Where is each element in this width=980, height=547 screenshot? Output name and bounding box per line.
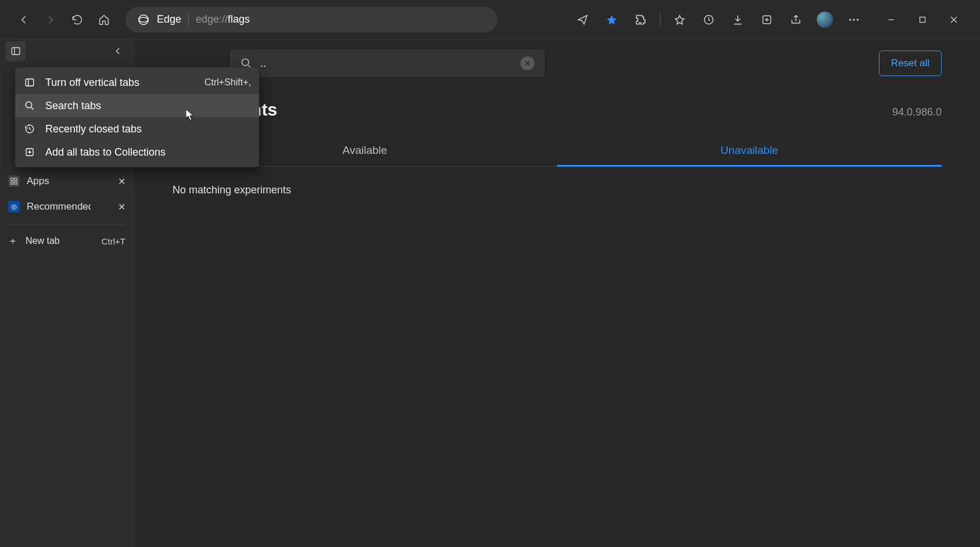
svg-rect-13: [26, 79, 34, 86]
menu-item-label: Search tabs: [45, 100, 101, 112]
share-icon[interactable]: [782, 6, 809, 33]
close-tab-button[interactable]: ✕: [118, 201, 125, 213]
svg-rect-10: [11, 182, 13, 184]
menu-item-add-all-to-collections[interactable]: Add all tabs to Collections: [15, 141, 259, 164]
svg-rect-11: [15, 182, 17, 184]
experiments-tabs: Available Unavailable: [173, 136, 942, 167]
collections-icon[interactable]: [753, 6, 780, 33]
plus-icon: ＋: [8, 235, 17, 247]
address-bar[interactable]: Edge edge://flags: [125, 7, 497, 33]
empty-state-message: No matching experiments: [173, 184, 942, 196]
version-label: 94.0.986.0: [892, 106, 942, 118]
svg-point-0: [139, 15, 149, 24]
vertical-tab-label: Apps: [27, 175, 49, 187]
search-icon: [23, 100, 36, 111]
tab-actions-button[interactable]: [6, 41, 26, 61]
menu-item-label: Add all tabs to Collections: [45, 146, 166, 159]
svg-rect-8: [11, 178, 13, 181]
toolbar-divider: [660, 13, 660, 27]
menu-item-recently-closed-tabs[interactable]: Recently closed tabs: [15, 117, 259, 141]
sidebar-separator: [8, 224, 125, 225]
page-content: ✕ Reset all Experiments 94.0.986.0 Avail…: [134, 39, 980, 547]
menu-item-shortcut: Ctrl+Shift+,: [204, 77, 251, 88]
tab-favicon-icon: ◎: [8, 201, 20, 213]
vertical-tab-label: Recommended D: [27, 201, 91, 213]
tab-actions-menu: Turn off vertical tabs Ctrl+Shift+, Sear…: [15, 67, 259, 167]
vertical-tab-apps[interactable]: Apps ✕: [0, 168, 134, 194]
collapse-sidebar-button[interactable]: [108, 41, 128, 61]
edge-logo-icon: [137, 13, 150, 26]
profile-avatar[interactable]: [812, 6, 838, 33]
tab-favicon-icon: [8, 175, 20, 187]
close-tab-button[interactable]: ✕: [118, 176, 125, 187]
back-button[interactable]: [10, 6, 37, 33]
address-separator: [188, 13, 189, 26]
flags-search-input[interactable]: [260, 57, 512, 70]
menu-item-label: Turn off vertical tabs: [45, 77, 139, 89]
history-icon: [23, 124, 36, 134]
extensions-icon[interactable]: [627, 6, 654, 33]
forward-button[interactable]: [37, 6, 64, 33]
new-tab-shortcut: Ctrl+T: [102, 236, 125, 246]
browser-toolbar: Edge edge://flags: [0, 0, 980, 39]
svg-point-12: [242, 59, 249, 66]
maximize-button[interactable]: [907, 8, 938, 32]
reset-all-button[interactable]: Reset all: [879, 51, 942, 76]
svg-rect-6: [920, 17, 925, 22]
menu-item-turn-off-vertical-tabs[interactable]: Turn off vertical tabs Ctrl+Shift+,: [15, 71, 259, 94]
new-tab-button[interactable]: ＋ New tab Ctrl+T: [0, 229, 134, 253]
address-site-label: Edge: [157, 13, 181, 26]
svg-point-5: [857, 19, 859, 20]
svg-rect-9: [15, 178, 17, 181]
svg-rect-7: [12, 48, 20, 55]
menu-item-label: Recently closed tabs: [45, 123, 142, 135]
address-url: edge://flags: [196, 13, 250, 26]
history-icon[interactable]: [695, 6, 722, 33]
collections-icon: [23, 147, 36, 157]
downloads-icon[interactable]: [724, 6, 751, 33]
svg-point-14: [26, 102, 32, 108]
send-icon[interactable]: [569, 6, 596, 33]
home-button[interactable]: [91, 6, 117, 33]
svg-point-3: [849, 19, 851, 20]
flags-search-field[interactable]: ✕: [231, 50, 544, 77]
toolbar-right: [569, 6, 970, 33]
close-window-button[interactable]: [938, 8, 970, 32]
window-controls: [875, 8, 970, 32]
minimize-button[interactable]: [875, 8, 907, 32]
menu-item-search-tabs[interactable]: Search tabs: [15, 94, 259, 117]
vertical-tab-recommended[interactable]: ◎ Recommended D ✕: [0, 194, 134, 219]
new-tab-label: New tab: [26, 236, 60, 246]
svg-point-4: [853, 19, 855, 20]
favorites-icon[interactable]: [666, 6, 693, 33]
tab-unavailable[interactable]: Unavailable: [557, 136, 942, 167]
settings-more-icon[interactable]: [841, 6, 867, 33]
panel-icon: [23, 77, 36, 88]
refresh-button[interactable]: [64, 6, 91, 33]
favorite-star-icon[interactable]: [598, 6, 625, 33]
clear-search-button[interactable]: ✕: [520, 56, 534, 70]
